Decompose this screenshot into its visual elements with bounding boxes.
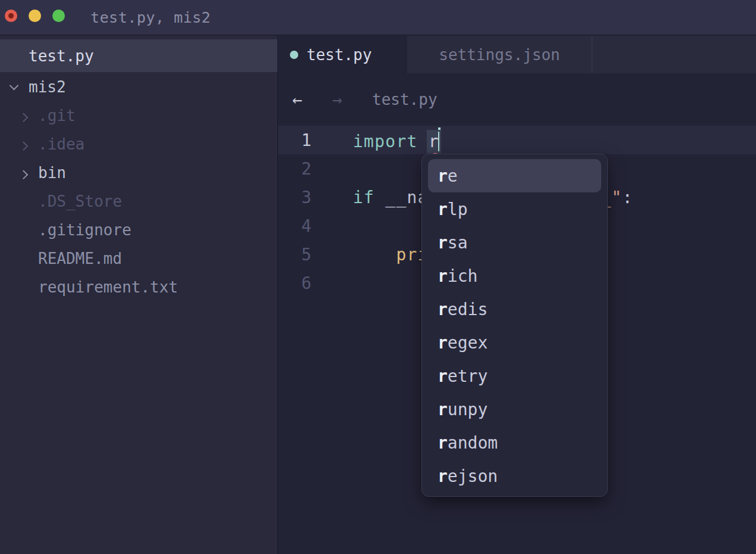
completion-label: andom: [448, 433, 498, 453]
tab-label: test.py: [307, 46, 372, 64]
completion-label: sa: [448, 233, 468, 253]
code-line: 1import r: [278, 126, 756, 154]
tree-item-label: requirement.txt: [38, 278, 178, 296]
sidebar-item-mis2[interactable]: mis2: [0, 73, 277, 101]
code-token: if: [353, 188, 374, 207]
tree-item-label: .git: [38, 107, 76, 125]
line-number: 6: [278, 273, 311, 293]
completion-item-random[interactable]: random: [428, 426, 601, 459]
text-cursor: [438, 127, 441, 152]
completion-item-re[interactable]: re: [428, 159, 601, 192]
matched-prefix: r: [438, 366, 448, 386]
code-token: [418, 132, 429, 151]
completion-label: unpy: [448, 400, 488, 419]
close-button[interactable]: [5, 10, 17, 22]
completion-item-retry[interactable]: retry: [428, 359, 601, 393]
tab-test-py[interactable]: test.py: [278, 36, 407, 73]
completion-label: etry: [448, 366, 488, 386]
selected-file-label: test.py: [29, 47, 94, 65]
matched-prefix: r: [438, 233, 448, 253]
matched-prefix: r: [438, 433, 448, 453]
line-number: 1: [278, 130, 311, 150]
code-token: import: [353, 132, 418, 151]
code-text: pri: [353, 245, 429, 264]
chevron-down-icon: [5, 84, 23, 91]
completion-label: ich: [448, 266, 478, 286]
maximize-button[interactable]: [52, 10, 65, 22]
completion-label: egex: [448, 333, 488, 353]
tree-item-label: .idea: [38, 135, 85, 153]
matched-prefix: r: [438, 333, 448, 353]
chevron-right-icon: [14, 141, 32, 148]
tree-item-label: .gitignore: [38, 221, 132, 239]
completion-label: e: [448, 166, 458, 186]
completion-item-runpy[interactable]: runpy: [428, 393, 601, 426]
modified-dot-icon: [290, 51, 298, 59]
project-panel: test.py mis2.git.ideabin.DS_Store.gitign…: [0, 36, 277, 554]
tree-item-label: README.md: [38, 250, 122, 267]
completion-label: edis: [448, 300, 488, 319]
autocomplete-popup: rerlprsarichredisregexretryrunpyrandomre…: [421, 154, 608, 497]
toolbar: ← → test.py: [278, 73, 756, 126]
tree-item-label: mis2: [29, 78, 66, 96]
matched-prefix: r: [438, 166, 448, 186]
sidebar-item-bin[interactable]: bin: [0, 158, 277, 187]
code-token: :: [622, 188, 633, 207]
tree-item-label: bin: [38, 164, 66, 182]
tree-item-label: .DS_Store: [38, 192, 122, 210]
completion-item-redis[interactable]: redis: [428, 292, 601, 326]
window-title: test.py, mis2: [90, 0, 211, 35]
code-token: [353, 245, 396, 264]
matched-prefix: r: [438, 466, 448, 486]
completion-item-rejson[interactable]: rejson: [428, 459, 601, 493]
tab-bar: test.pysettings.json: [278, 36, 756, 73]
tab-settings-json[interactable]: settings.json: [407, 36, 592, 73]
line-number: 5: [278, 245, 311, 264]
matched-prefix: r: [438, 200, 448, 219]
sidebar-item-readme-md[interactable]: README.md: [0, 244, 277, 273]
file-tree: mis2.git.ideabin.DS_Store.gitignoreREADM…: [0, 73, 277, 301]
completion-item-regex[interactable]: regex: [428, 326, 601, 359]
completion-label: ejson: [448, 466, 498, 486]
editor-window: test.py, mis2 test.py mis2.git.ideabin.D…: [0, 0, 756, 554]
matched-prefix: r: [438, 266, 448, 286]
sidebar-item--git[interactable]: .git: [0, 101, 277, 130]
nav-back-button[interactable]: ←: [292, 73, 302, 126]
main-split: test.py mis2.git.ideabin.DS_Store.gitign…: [0, 36, 756, 554]
chevron-right-icon: [14, 170, 32, 176]
traffic-lights: [5, 10, 65, 22]
sidebar-item--ds-store[interactable]: .DS_Store: [0, 187, 277, 216]
title-bar: test.py, mis2: [0, 0, 756, 35]
tab-label: settings.json: [439, 46, 560, 64]
line-number: 2: [278, 159, 311, 179]
minimize-button[interactable]: [29, 10, 41, 22]
completion-item-rsa[interactable]: rsa: [428, 226, 601, 259]
breadcrumb[interactable]: test.py: [372, 73, 438, 126]
completion-item-rich[interactable]: rich: [428, 259, 601, 292]
matched-prefix: r: [438, 400, 448, 419]
completion-item-rlp[interactable]: rlp: [428, 192, 601, 226]
sidebar-item-selected-file[interactable]: test.py: [0, 39, 277, 72]
line-number: 3: [278, 188, 311, 207]
nav-forward-button[interactable]: →: [332, 73, 342, 126]
matched-prefix: r: [438, 300, 448, 319]
sidebar-item--idea[interactable]: .idea: [0, 130, 277, 158]
line-number: 4: [278, 216, 311, 236]
completion-label: lp: [448, 200, 468, 219]
sidebar-item--gitignore[interactable]: .gitignore: [0, 216, 277, 244]
code-text: import r: [353, 127, 441, 152]
chevron-right-icon: [14, 113, 32, 119]
sidebar-item-requirement-txt[interactable]: requirement.txt: [0, 273, 277, 301]
